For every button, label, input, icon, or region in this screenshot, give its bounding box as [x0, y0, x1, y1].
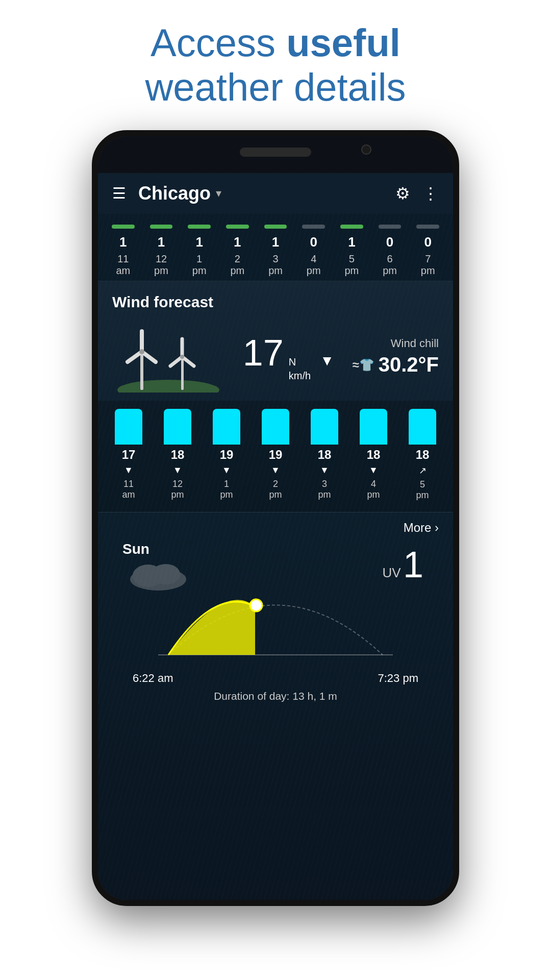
volume-right-button: [453, 330, 459, 391]
precip-bar-4: [226, 225, 249, 229]
precip-col-7: 1 5pm: [333, 222, 371, 277]
wind-title: Wind forecast: [112, 293, 439, 311]
wind-bar-arrow-7: ↗: [419, 465, 427, 476]
wind-bar-time-4: 2pm: [269, 479, 282, 500]
wind-speed-number: 17: [243, 332, 284, 374]
settings-icon[interactable]: ⚙: [395, 184, 410, 203]
phone-notch: [98, 136, 453, 173]
cloud-decoration: [128, 556, 189, 594]
wind-bar-col-6: 18 ▼ 4pm: [349, 409, 398, 501]
wind-speed-display: 17 N km/h ▼: [243, 332, 334, 382]
page-wrapper: Access useful weather details ☰ Chicago …: [0, 0, 551, 980]
precip-time-1: 11am: [116, 253, 130, 277]
wind-bar-rect-4: [262, 409, 289, 445]
precip-time-7: 5pm: [344, 253, 359, 277]
wind-bar-time-2: 12pm: [171, 479, 184, 500]
wind-unit-label: km/h: [289, 370, 311, 382]
uv-label: UV: [382, 565, 400, 580]
svg-line-4: [128, 352, 142, 362]
precipitation-section: 1 11am 1 12pm: [98, 214, 453, 281]
precip-value-2: 1: [158, 234, 165, 250]
wind-bar-rect-1: [115, 409, 142, 445]
sun-section: Sun UV 1: [112, 541, 439, 713]
more-link[interactable]: More ›: [112, 521, 439, 535]
more-section: More › Sun U: [98, 512, 453, 713]
speaker-grille: [240, 148, 311, 157]
precip-time-9: 7pm: [421, 253, 435, 277]
precip-bar-container-2: [142, 222, 181, 231]
precip-value-9: 0: [424, 234, 431, 250]
wind-bar-arrow-1: ▼: [124, 465, 133, 476]
wind-bar-speed-4: 19: [269, 448, 283, 462]
precip-bar-8: [379, 225, 402, 229]
wind-direction-arrow-icon: ▼: [320, 353, 334, 369]
wind-bar-col-7: 18 ↗ 5pm: [398, 409, 447, 501]
precip-bar-container-1: [104, 222, 142, 231]
more-text: More: [404, 521, 432, 534]
phone-frame: ☰ Chicago ▾ ⚙ ⋮ 1 1: [92, 130, 459, 906]
wind-bar-time-1: 11am: [122, 479, 135, 500]
precip-col-8: 0 6pm: [371, 222, 409, 277]
precip-bar-1: [112, 225, 135, 229]
wind-bar-arrow-3: ▼: [222, 465, 231, 476]
precip-bar-container-8: [371, 222, 409, 231]
precip-bar-5: [264, 225, 287, 229]
precip-col-5: 1 3pm: [257, 222, 295, 277]
precip-col-6: 0 4pm: [294, 222, 333, 277]
city-selector[interactable]: Chicago ▾: [138, 183, 221, 204]
headline-text: Access useful weather details: [145, 20, 406, 110]
sunset-time: 7:23 pm: [378, 672, 419, 685]
precip-col-1: 1 11am: [104, 222, 142, 277]
svg-rect-1: [140, 352, 143, 390]
precip-value-5: 1: [272, 234, 279, 250]
precip-bar-container-3: [180, 222, 218, 231]
wind-bar-speed-1: 17: [122, 448, 136, 462]
precip-bar-container-9: [409, 222, 447, 231]
uv-value: 1: [403, 544, 423, 585]
wind-turbines-illustration: [112, 321, 224, 393]
wind-turbines-svg: [112, 321, 224, 393]
wind-bar-rect-3: [213, 409, 240, 445]
precip-bar-container-4: [218, 222, 257, 231]
nav-bar: ☰ Chicago ▾ ⚙ ⋮: [98, 173, 453, 214]
wind-bar-rect-6: [360, 409, 387, 445]
wind-chill-temp: 30.2°F: [379, 353, 439, 376]
precip-col-9: 0 7pm: [409, 222, 447, 277]
svg-line-3: [142, 352, 156, 362]
wind-chill-value: ≈👕 30.2°F: [353, 353, 439, 376]
precip-row: 1 11am 1 12pm: [98, 222, 453, 277]
precip-col-2: 1 12pm: [142, 222, 181, 277]
wind-bar-col-2: 18 ▼ 12pm: [153, 409, 202, 501]
precip-bar-7: [340, 225, 363, 229]
wind-bar-col-3: 19 ▼ 1pm: [202, 409, 251, 501]
wind-chill-label: Wind chill: [353, 337, 439, 350]
precip-bar-container-5: [257, 222, 295, 231]
wind-bar-speed-7: 18: [416, 448, 430, 462]
more-options-icon[interactable]: ⋮: [422, 184, 439, 203]
svg-point-10: [180, 355, 184, 359]
precip-time-3: 1pm: [192, 253, 207, 277]
precip-col-4: 1 2pm: [218, 222, 257, 277]
wind-bar-col-1: 17 ▼ 11am: [104, 409, 153, 501]
precip-bar-container-6: [294, 222, 333, 231]
wind-bar-rect-5: [311, 409, 338, 445]
uv-badge: UV 1: [382, 546, 423, 583]
wind-chill-box: Wind chill ≈👕 30.2°F: [353, 337, 439, 376]
menu-icon[interactable]: ☰: [112, 184, 126, 202]
precip-col-3: 1 1pm: [180, 222, 218, 277]
dropdown-arrow-icon: ▾: [216, 187, 221, 200]
more-chevron-icon: ›: [435, 521, 439, 534]
headline: Access useful weather details: [114, 20, 436, 110]
wind-bar-speed-5: 18: [318, 448, 332, 462]
wind-bar-time-3: 1pm: [220, 479, 233, 500]
precip-bar-6: [302, 225, 325, 229]
precip-time-2: 12pm: [154, 253, 168, 277]
wind-bar-speed-3: 19: [220, 448, 234, 462]
app-screen: ☰ Chicago ▾ ⚙ ⋮ 1 1: [98, 173, 453, 900]
sunrise-time: 6:22 am: [133, 672, 173, 685]
cloud-svg: [128, 556, 189, 592]
wind-bar-col-5: 18 ▼ 3pm: [300, 409, 349, 501]
wind-bar-arrow-5: ▼: [320, 465, 329, 476]
wind-bars-row: 17 ▼ 11am 18 ▼ 12pm 19 ▼ 1pm: [104, 409, 447, 501]
wind-bar-time-6: 4pm: [367, 479, 380, 500]
